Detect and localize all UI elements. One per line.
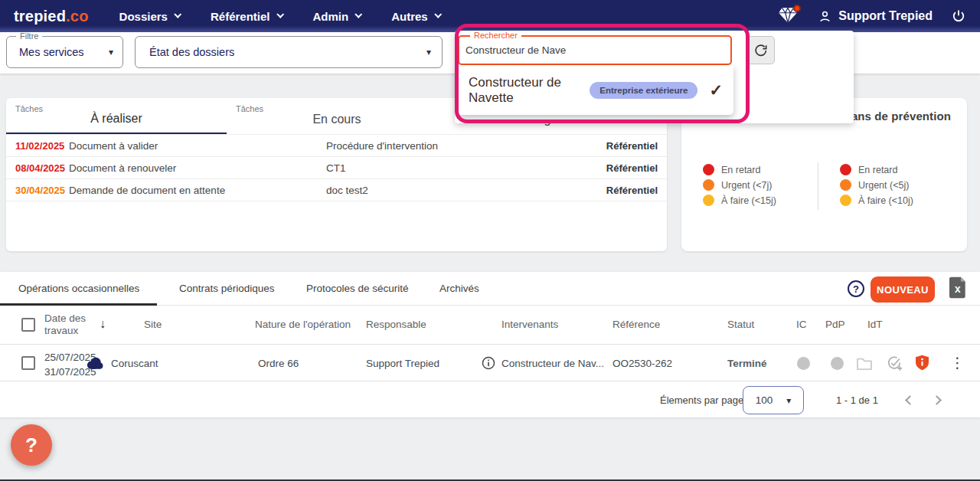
svg-text:x: x xyxy=(955,283,961,295)
pagination-bar: Élements par page 100 ▾ 1 - 1 de 1 xyxy=(0,381,980,417)
navbar-right: Support Trepied xyxy=(778,7,966,25)
legend-divider xyxy=(818,162,818,210)
col-idt[interactable]: IdT xyxy=(867,319,883,330)
legend-dot-amber xyxy=(703,195,714,206)
cell-reference: OO2530-262 xyxy=(612,358,672,369)
task-title: Document à renouveler xyxy=(69,162,326,174)
folder-icon[interactable] xyxy=(856,357,873,373)
items-per-page-label: Élements par page xyxy=(660,394,743,406)
search-field-wrap: Rechercher xyxy=(458,35,732,65)
tab-protocoles-securite[interactable]: Protocoles de sécurité xyxy=(306,283,409,294)
operation-table-row[interactable]: 25/07/202531/07/2025 Coruscant Ordre 66 … xyxy=(0,345,980,381)
task-check-plus-icon[interactable] xyxy=(886,355,903,374)
search-result-item[interactable]: Constructeur de Navette Entreprise extér… xyxy=(458,65,733,115)
shield-alert-icon[interactable] xyxy=(916,355,929,373)
support-account-button[interactable]: Support Trepied xyxy=(818,9,933,24)
search-results-dropdown: Constructeur de Navette Entreprise extér… xyxy=(458,65,733,115)
app-logo[interactable]: trepied.co xyxy=(14,8,89,25)
menu-autres[interactable]: Autres xyxy=(391,10,440,23)
legend-dot-red xyxy=(703,164,714,175)
search-overlay-panel: Rechercher Constructeur de Navette Entre… xyxy=(455,31,854,123)
top-navbar: trepied.co Dossiers Référentiel Admin Au… xyxy=(0,0,980,32)
pdp-status-dot xyxy=(831,357,844,370)
filtre-label: Filtre xyxy=(16,31,42,41)
legend-dot-orange xyxy=(703,179,714,191)
tab-contrats-periodiques[interactable]: Contrats périodiques xyxy=(179,283,275,294)
main-menu: Dossiers Référentiel Admin Autres xyxy=(119,10,440,23)
services-filter-select[interactable]: Filtre Mes services ▾ xyxy=(6,36,123,68)
task-source-tag: Référentiel xyxy=(583,162,667,174)
help-fab-button[interactable]: ? xyxy=(11,424,52,466)
legend-wrap: En retard Urgent (<7j) À faire (<15j) En… xyxy=(681,164,967,210)
task-row[interactable]: 08/04/2025 Document à renouveler CT1 Réf… xyxy=(6,157,667,179)
cell-responsable: Support Trepied xyxy=(366,358,439,369)
notification-badge xyxy=(793,5,801,12)
sort-descending-icon[interactable]: ↓ xyxy=(100,317,106,331)
table-header-row: Date des travaux ↓ Site Nature de l'opér… xyxy=(0,306,980,345)
prevention-legend: En retard Urgent (<5j) À faire (<10j) xyxy=(840,164,913,210)
dropdown-arrow-icon: ▾ xyxy=(101,47,113,57)
refresh-button[interactable] xyxy=(746,36,775,64)
cell-site: Coruscant xyxy=(111,358,158,369)
tab-operations-occasionnelles[interactable]: Opérations occasionnelles xyxy=(18,283,139,294)
services-filter-value: Mes services xyxy=(19,46,84,58)
logout-power-icon[interactable] xyxy=(951,8,966,24)
row-menu-icon[interactable]: ⋮ xyxy=(950,354,965,373)
dropdown-arrow-icon: ▾ xyxy=(419,47,431,57)
chevron-down-icon xyxy=(434,10,442,18)
task-detail: CT1 xyxy=(326,162,583,174)
excel-export-icon[interactable]: x xyxy=(949,276,967,302)
col-date-travaux[interactable]: Date des travaux xyxy=(44,312,101,337)
info-icon[interactable] xyxy=(482,356,495,372)
per-page-value: 100 xyxy=(756,394,773,406)
cell-intervenants: Constructeur de Nav... xyxy=(501,358,604,369)
cloud-icon xyxy=(86,356,105,371)
help-icon[interactable]: ? xyxy=(848,280,864,297)
row-checkbox[interactable] xyxy=(21,356,35,370)
task-row[interactable]: 30/04/2025 Demande de document en attent… xyxy=(6,179,667,201)
user-icon xyxy=(818,9,832,24)
dropdown-arrow-icon: ▾ xyxy=(779,395,791,406)
task-due-date: 11/02/2025 xyxy=(6,140,69,152)
selected-check-icon: ✓ xyxy=(709,81,723,100)
chevron-down-icon xyxy=(174,10,181,18)
gem-notifications-icon[interactable] xyxy=(778,7,799,25)
tab-archives[interactable]: Archivés xyxy=(439,283,479,294)
nouveau-button[interactable]: NOUVEAU xyxy=(871,276,935,303)
previous-page-icon[interactable] xyxy=(905,395,915,405)
next-page-icon[interactable] xyxy=(932,395,942,405)
col-intervenants[interactable]: Intervenants xyxy=(501,319,558,330)
col-ic[interactable]: IC xyxy=(796,319,807,330)
col-reference[interactable]: Référence xyxy=(612,319,660,330)
ic-status-dot xyxy=(797,357,810,370)
refresh-icon xyxy=(753,43,769,58)
task-title: Document à valider xyxy=(69,140,326,152)
col-statut[interactable]: Statut xyxy=(727,319,754,330)
search-input[interactable] xyxy=(466,38,718,62)
task-row[interactable]: 11/02/2025 Document à valider Procédure … xyxy=(6,135,667,157)
tab-taches-a-realiser[interactable]: Tâches À réaliser xyxy=(6,98,227,134)
task-due-date: 08/04/2025 xyxy=(6,162,69,174)
col-pdp[interactable]: PdP xyxy=(825,319,845,330)
legend-dot-amber xyxy=(840,195,851,206)
menu-admin[interactable]: Admin xyxy=(313,10,361,23)
etat-dossiers-value: État des dossiers xyxy=(149,46,234,58)
app-screen: trepied.co Dossiers Référentiel Admin Au… xyxy=(0,0,980,481)
operations-tabs: Opérations occasionnelles Contrats pério… xyxy=(0,272,980,306)
result-name: Constructeur de Navette xyxy=(469,75,577,106)
menu-dossiers[interactable]: Dossiers xyxy=(119,10,180,23)
task-detail: doc test2 xyxy=(326,185,583,196)
menu-referentiel[interactable]: Référentiel xyxy=(211,10,283,23)
items-per-page-select[interactable]: 100 ▾ xyxy=(743,386,804,414)
inspections-legend: En retard Urgent (<7j) À faire (<15j) xyxy=(703,164,818,210)
page-range-label: 1 - 1 de 1 xyxy=(836,394,878,406)
col-site[interactable]: Site xyxy=(144,319,162,330)
etat-dossiers-select[interactable]: État des dossiers ▾ xyxy=(135,36,443,68)
task-source-tag: Référentiel xyxy=(583,140,667,152)
task-title: Demande de document en attente xyxy=(69,185,326,196)
col-responsable[interactable]: Responsable xyxy=(366,319,426,330)
col-nature[interactable]: Nature de l'opération xyxy=(255,319,351,330)
legend-dot-red xyxy=(840,164,851,175)
tab-taches-en-cours[interactable]: Tâches En cours xyxy=(227,98,447,134)
select-all-checkbox[interactable] xyxy=(21,318,35,332)
